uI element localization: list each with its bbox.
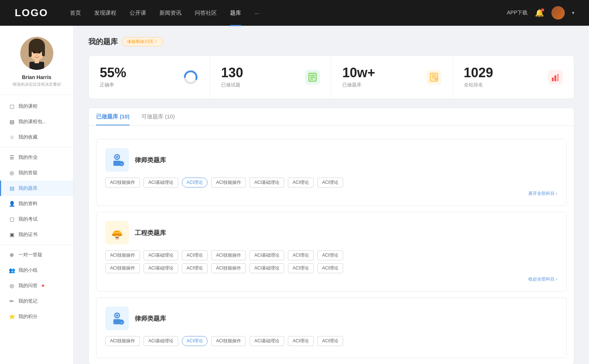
l2-tag-0[interactable]: ACI技能操作 xyxy=(105,336,140,346)
l2-tag-4[interactable]: ACI基础理论 xyxy=(250,336,284,346)
qbank-list-container: ✓ 律师类题库 ACI技能操作 ACI基础理论 ACI理论 ACI技能操作 AC… xyxy=(89,133,574,364)
tag-2-active[interactable]: ACI理论 xyxy=(182,178,208,188)
sidebar-item-exam[interactable]: ▢ 我的考试 xyxy=(0,211,73,227)
svg-text:✓: ✓ xyxy=(120,163,123,166)
course-packages-label: 我的课程包... xyxy=(18,118,46,125)
eng-tag-r2-4[interactable]: ACI基础理论 xyxy=(250,263,284,273)
tag-0[interactable]: ACI技能操作 xyxy=(105,178,140,188)
eng-tag-r2-6[interactable]: ACI理论 xyxy=(317,263,343,273)
eng-tag-r2-0[interactable]: ACI技能操作 xyxy=(105,263,140,273)
sidebar-item-certificate[interactable]: ▣ 我的证书 xyxy=(0,227,73,242)
homework-label: 我的作业 xyxy=(18,154,38,161)
sidebar-item-homework[interactable]: ☰ 我的作业 xyxy=(0,150,73,165)
stat-ranking: 1029 全站排名 xyxy=(453,56,574,99)
qbank-card-engineer: 工程类题库 ACI技能操作 ACI基础理论 ACI理论 ACI技能操作 ACI基… xyxy=(96,212,567,292)
eng-tag-r2-5[interactable]: ACI理论 xyxy=(288,263,314,273)
stat-accuracy-label: 正确率 xyxy=(100,82,177,88)
questions-red-dot xyxy=(42,285,44,287)
tab-available[interactable]: 可做题库 (10) xyxy=(141,108,175,125)
nav-qbank[interactable]: 题库 xyxy=(230,10,241,17)
svg-text:✓: ✓ xyxy=(120,321,123,324)
nav-news[interactable]: 新闻资讯 xyxy=(159,10,181,17)
user-dropdown-arrow[interactable]: ▾ xyxy=(572,10,574,15)
qa-label: 我的答疑 xyxy=(18,169,38,176)
sidebar: Brian Harris 错误的决定比没有决定要好 ▢ 我的课程 ▤ 我的课程包… xyxy=(0,26,74,364)
sidebar-item-notes[interactable]: ✏ 我的笔记 xyxy=(0,293,73,309)
stat-banks-done-info: 10w+ 已做题库 xyxy=(342,66,421,88)
l2-tag-3[interactable]: ACI技能操作 xyxy=(211,336,246,346)
nav-menu: 首页 发现课程 公开课 新闻资讯 问答社区 题库 ··· xyxy=(70,10,507,17)
sidebar-item-points[interactable]: ⭐ 我的积分 xyxy=(0,309,73,324)
app-download-link[interactable]: APP下载 xyxy=(507,10,528,16)
groups-label: 我的小组 xyxy=(18,267,38,274)
notes-icon: ✏ xyxy=(9,298,15,304)
svg-rect-22 xyxy=(434,78,437,80)
eng-tag-r1-1[interactable]: ACI基础理论 xyxy=(144,250,178,260)
sidebar-item-course-packages[interactable]: ▤ 我的课程包... xyxy=(0,114,73,129)
my-courses-label: 我的课程 xyxy=(18,103,38,110)
tab-done[interactable]: 已做题库 (10) xyxy=(96,108,130,125)
eng-tag-r1-5[interactable]: ACI理论 xyxy=(288,250,314,260)
eng-tag-r2-3[interactable]: ACI技能操作 xyxy=(211,263,246,273)
book-icon xyxy=(429,72,439,82)
certificate-label: 我的证书 xyxy=(18,231,38,238)
groups-icon: 👥 xyxy=(9,267,15,273)
stat-questions-done-value: 130 xyxy=(221,66,300,79)
list-icon xyxy=(308,72,317,82)
eng-tag-r2-1[interactable]: ACI基础理论 xyxy=(144,263,178,273)
l2-tag-1[interactable]: ACI基础理论 xyxy=(144,336,178,346)
nav-more[interactable]: ··· xyxy=(254,10,259,16)
lawyer-2-icon-svg: ✓ xyxy=(110,311,124,326)
qbank-engineer-tags-row2: ACI技能操作 ACI基础理论 ACI理论 ACI技能操作 ACI基础理论 AC… xyxy=(105,263,557,273)
eng-tag-r1-2[interactable]: ACI理论 xyxy=(182,250,208,260)
notification-bell[interactable]: 🔔 xyxy=(535,8,544,17)
tag-4[interactable]: ACI基础理论 xyxy=(250,178,284,188)
expand-link-1[interactable]: 展开全部科目 › xyxy=(105,190,557,197)
svg-point-35 xyxy=(116,237,117,238)
logo[interactable]: LOGO xyxy=(15,7,48,19)
questions-label: 我的问答 xyxy=(18,282,38,289)
certificate-icon: ▣ xyxy=(9,232,15,238)
nav-qa[interactable]: 问答社区 xyxy=(195,10,217,17)
main-layout: Brian Harris 错误的决定比没有决定要好 ▢ 我的课程 ▤ 我的课程包… xyxy=(0,0,589,364)
sidebar-item-favorites[interactable]: ☆ 我的收藏 xyxy=(0,129,73,145)
sidebar-item-qbank[interactable]: ▤ 我的题库 xyxy=(0,181,73,196)
user-avatar[interactable] xyxy=(551,6,565,19)
svg-point-29 xyxy=(116,156,118,158)
eng-tag-r1-0[interactable]: ACI技能操作 xyxy=(105,250,140,260)
sidebar-item-questions[interactable]: ◎ 我的问答 xyxy=(0,278,73,293)
ranking-icon xyxy=(548,70,563,85)
stat-questions-done-info: 130 已做试题 xyxy=(221,66,300,88)
accuracy-donut-chart xyxy=(183,69,199,85)
sidebar-item-qa[interactable]: ◎ 我的答疑 xyxy=(0,165,73,181)
tag-3[interactable]: ACI技能操作 xyxy=(211,178,246,188)
nav-open-course[interactable]: 公开课 xyxy=(130,10,146,17)
l2-tag-2-active[interactable]: ACI理论 xyxy=(182,336,208,346)
banks-done-icon xyxy=(427,70,441,85)
exam-icon: ▢ xyxy=(9,216,15,222)
stat-ranking-value: 1029 xyxy=(464,66,543,79)
sidebar-item-my-courses[interactable]: ▢ 我的课程 xyxy=(0,99,73,114)
favorites-label: 我的收藏 xyxy=(18,134,38,140)
tag-6[interactable]: ACI理论 xyxy=(317,178,343,188)
sidebar-item-profile[interactable]: 👤 我的资料 xyxy=(0,196,73,211)
nav-discover[interactable]: 发现课程 xyxy=(94,10,116,17)
collapse-link-engineer[interactable]: 收起全部科目 › xyxy=(105,276,557,282)
nav-home[interactable]: 首页 xyxy=(70,10,81,17)
qbank-engineer-title: 工程类题库 xyxy=(135,229,166,237)
eng-tag-r2-2[interactable]: ACI理论 xyxy=(182,263,208,273)
sidebar-item-one-on-one[interactable]: ⊕ 一对一答疑 xyxy=(0,247,73,263)
svg-rect-4 xyxy=(42,46,45,56)
tag-1[interactable]: ACI基础理论 xyxy=(144,178,178,188)
l2-tag-6[interactable]: ACI理论 xyxy=(317,336,343,346)
eng-tag-r1-4[interactable]: ACI基础理论 xyxy=(250,250,284,260)
svg-point-7 xyxy=(36,54,38,56)
eng-tag-r1-6[interactable]: ACI理论 xyxy=(317,250,343,260)
l2-tag-5[interactable]: ACI理论 xyxy=(288,336,314,346)
profile-label: 我的资料 xyxy=(18,200,38,207)
tag-5[interactable]: ACI理论 xyxy=(288,178,314,188)
qbank-icon: ▤ xyxy=(9,185,15,191)
sidebar-item-groups[interactable]: 👥 我的小组 xyxy=(0,263,73,278)
one-on-one-icon: ⊕ xyxy=(9,252,15,258)
eng-tag-r1-3[interactable]: ACI技能操作 xyxy=(211,250,246,260)
